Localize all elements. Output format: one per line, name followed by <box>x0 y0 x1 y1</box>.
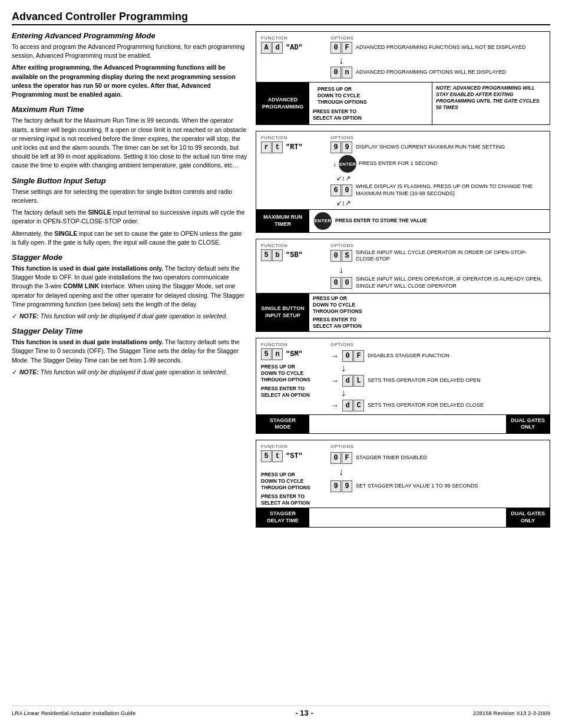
opts-col-st: OPTIONS 0 F STAGGER TIMER DISABLED ↓ 9 <box>330 444 545 495</box>
opts-col-sb: OPTIONS 0 S SINGLE INPUT WILL CYCLE OPER… <box>330 243 545 292</box>
diagram-stagger-delay: FUNCTION 5 t "ST" PRESS UP ORDOWN TO CYC… <box>256 440 550 528</box>
maxrun-para-1: The factory default for the Maximum Run … <box>12 116 247 170</box>
opt-rt-1: 9 9 DISPLAY SHOWS CURRENT MAXIMUM RUN TI… <box>330 141 545 153</box>
section-entering-title: Entering Advanced Programming Mode <box>12 31 247 40</box>
diag-footer-sm: STAGGERMODE DUAL GATESONLY <box>256 414 550 433</box>
func-col-sb: FUNCTION 5 b "SB" <box>261 243 326 261</box>
page: Advanced Controller Programming Entering… <box>0 0 562 728</box>
section-staggerdelay-title: Stagger Delay Time <box>12 327 247 335</box>
opt-row-1: 0 F ADVANCED PROGRAMMING FUNCTIONS WILL … <box>330 42 545 54</box>
entering-para-1: To access and program the Advanced Progr… <box>12 42 247 60</box>
page-title: Advanced Controller Programming <box>12 11 550 23</box>
page-number: - 13 - <box>295 709 313 717</box>
arrow-down-1: ↓ <box>333 160 336 167</box>
footer-label-sb: SINGLE BUTTONINPUT SETUP <box>256 294 309 331</box>
staggerdelay-para-1: This function is used in dual gate insta… <box>12 338 247 365</box>
footer-dual-st: DUAL GATESONLY <box>506 508 550 526</box>
func-col-st: FUNCTION 5 t "ST" PRESS UP ORDOWN TO CYC… <box>261 444 326 506</box>
diag-footer-sb: SINGLE BUTTONINPUT SETUP PRESS UP ORDOWN… <box>256 293 550 331</box>
func-col: FUNCTION A d "AD" <box>261 35 326 54</box>
footer-right: 228158 Revision X13 2-3-2009 <box>473 710 550 716</box>
func-col-rt: FUNCTION r t "RT" <box>261 135 326 153</box>
opt-st-1: 0 F STAGGER TIMER DISABLED <box>330 452 545 464</box>
footer-label-sm: STAGGERMODE <box>256 415 309 433</box>
single-para-3: Alternately, the SINGLE input can be set… <box>12 229 247 247</box>
opt-sm-2: → d L SETS THIS OPERATOR FOR DELAYED OPE… <box>330 375 545 387</box>
opt-sb-2: 0 0 SINGLE INPUT WILL OPEN OPERATOR, IF … <box>330 276 545 289</box>
opt-sm-1: → 0 F DISABLES STAGGER FUNCTION <box>330 350 545 362</box>
enter-button-1[interactable]: ENTER <box>339 155 356 173</box>
diag-footer: ADVANCEDPROGRAMMING PRESS UP ORDOWN TO C… <box>256 82 550 124</box>
section-stagger-title: Stagger Mode <box>12 253 247 262</box>
footer-label-st: STAGGERDELAY TIME <box>256 508 309 526</box>
page-footer: LRA Linear Residential Actuator Installa… <box>12 706 550 717</box>
section-maxrun-title: Maximum Run Time <box>12 105 247 114</box>
diagram-stagger-mode: FUNCTION 5 n "SM" PRESS UP ORDOWN TO CYC… <box>256 338 550 434</box>
opts-col: OPTIONS 0 F ADVANCED PROGRAMMING FUNCTIO… <box>330 35 545 81</box>
page-header: Advanced Controller Programming <box>12 11 550 25</box>
footer-dual-sm: DUAL GATESONLY <box>506 415 550 433</box>
opt-st-2: 9 9 SET STAGGER DELAY VALUE 1 TO 99 SECO… <box>330 480 545 492</box>
stagger-para-1: This function is used in dual gate insta… <box>12 264 247 309</box>
left-column: Entering Advanced Programming Mode To ac… <box>12 31 247 700</box>
opt-rt-3: 6 0 WHILE DISPLAY IS FLASHING, PRESS UP … <box>330 183 545 197</box>
single-para-1: These settings are for selecting the ope… <box>12 187 247 205</box>
single-para-2: The factory default sets the SINGLE inpu… <box>12 208 247 226</box>
opt-sb-1: 0 S SINGLE INPUT WILL CYCLE OPERATOR IN … <box>330 249 545 263</box>
diagram-single-button: FUNCTION 5 b "SB" OPTIONS <box>256 239 550 332</box>
func-col-sm: FUNCTION 5 n "SM" PRESS UP ORDOWN TO CYC… <box>261 342 326 398</box>
func-display: A d "AD" <box>261 42 326 54</box>
diag-footer-st: STAGGERDELAY TIME DUAL GATESONLY <box>256 508 550 526</box>
diag-footer-rt: MAXIMUM RUNTIMER ENTER PRESS ENTER TO ST… <box>256 209 550 232</box>
footer-note: NOTE: ADVANCED PROGRAMMING WILL STAY ENA… <box>432 83 550 124</box>
stagger-note: NOTE: This function will only be display… <box>12 312 247 321</box>
enter-button-2[interactable]: ENTER <box>314 212 332 230</box>
right-column: FUNCTION A d "AD" OPTIONS <box>256 31 550 700</box>
diagram-max-run: FUNCTION r t "RT" OPTIONS <box>256 131 550 232</box>
staggerdelay-note: NOTE: This function will only be display… <box>12 368 247 377</box>
footer-label: ADVANCEDPROGRAMMING <box>256 83 309 124</box>
content-area: Entering Advanced Programming Mode To ac… <box>12 31 550 700</box>
opts-col-rt: OPTIONS 9 9 DISPLAY SHOWS CURRENT MAXIMU… <box>330 135 545 207</box>
opt-sm-3: → d C SETS THIS OPERATOR FOR DELAYED CLO… <box>330 400 545 411</box>
opt-row-2: 0 n ADVANCED PROGRAMMING OPTIONS WILL BE… <box>330 67 545 78</box>
section-single-title: Single Button Input Setup <box>12 176 247 185</box>
diagram-advanced-prog: FUNCTION A d "AD" OPTIONS <box>256 31 550 125</box>
footer-label-rt: MAXIMUM RUNTIMER <box>256 210 309 232</box>
entering-para-2: After exiting programming, the Advanced … <box>12 63 247 99</box>
footer-left: LRA Linear Residential Actuator Installa… <box>12 710 135 716</box>
opts-col-sm: OPTIONS → 0 F DISABLES STAGGER FUNCTION … <box>330 342 545 413</box>
